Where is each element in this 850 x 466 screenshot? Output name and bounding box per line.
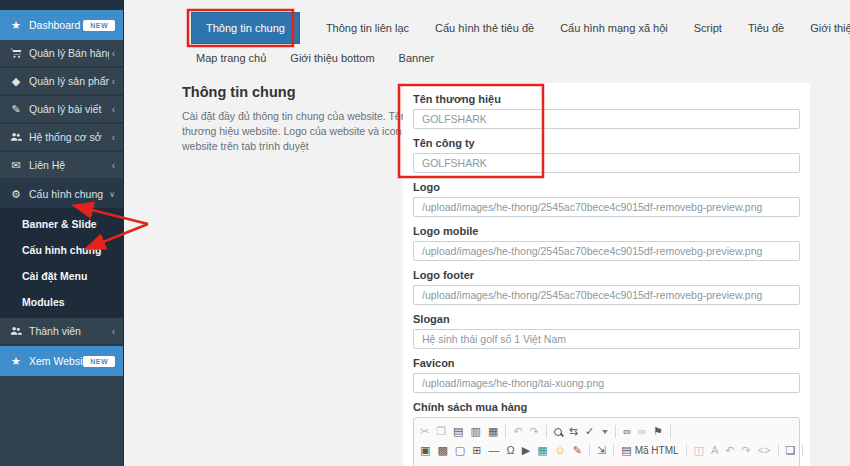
toolbar-row-2: ▣ ▩ ▢ ⊞ ― Ω ▶ ▦ ☺ ✎ ⇲ ▤ Mã HTML ◫ A [420,441,793,460]
template-icon[interactable]: ▦ [537,445,547,456]
sidebar-item-he-thong-co-so[interactable]: Hệ thống cơ sở ‹ [0,124,123,152]
submenu-item-cau-hinh-chung[interactable]: Cấu hình chung [0,237,123,263]
new-badge: NEW [83,20,115,31]
tab-thong-tin-chung[interactable]: Thông tin chung [191,12,300,44]
chevron-left-icon: ‹ [112,76,115,87]
preview-icon[interactable]: ❏ [786,445,796,456]
field-logo-footer: Logo footer [413,269,800,305]
redo-icon[interactable]: ↷ [530,426,539,437]
star-icon: ★ [8,355,24,368]
tab-tieu-de[interactable]: Tiêu đề [748,22,784,34]
tab-thong-tin-lien-lac[interactable]: Thông tin liên lạc [326,22,409,34]
submenu-item-modules[interactable]: Modules [0,289,123,315]
brand-name-input[interactable] [413,109,800,129]
html-doc-icon: ▤ [621,445,631,456]
cart-icon [8,47,24,60]
gear-icon: ⚙ [8,188,24,201]
company-name-input[interactable] [413,153,800,173]
sidebar-submenu: Banner & Slide Cấu hình chung Cài đặt Me… [0,208,123,318]
section-description: Cài đặt đầy đủ thông tin chung của websi… [182,109,414,155]
styles-icon[interactable]: ✎ [573,445,582,456]
edit-icon: ✎ [8,103,24,116]
field-label: Logo mobile [413,225,800,237]
spellcheck-dropdown-icon[interactable] [602,430,608,434]
tab-map-trang-chu[interactable]: Map trang chủ [196,52,266,64]
smiley-icon[interactable]: ☺ [555,445,566,456]
submenu-item-cai-dat-menu[interactable]: Cài đặt Menu [0,263,123,289]
sidebar-item-cau-hinh-chung[interactable]: ⚙ Cấu hình chung ∨ [0,180,123,208]
toolbar-separator [505,425,506,438]
sidebar-item-quan-ly-san-pham[interactable]: ◆ Quản lý sản phẩm ‹ [0,68,123,96]
slogan-input[interactable] [413,329,800,349]
special-char-icon[interactable]: Ω [506,445,514,456]
image-icon[interactable]: ▣ [420,445,430,456]
sidebar-item-dashboard[interactable]: ★ Dashboard NEW [0,10,123,40]
field-logo-mobile: Logo mobile [413,225,800,261]
settings-form-panel: Tên thương hiệu Tên công ty Logo Logo mo… [403,83,810,466]
field-ten-cong-ty: Tên công ty [413,137,800,173]
paste-text-icon[interactable]: ▥ [471,426,481,437]
sidebar-top-strip [0,0,123,10]
anchor-flag-icon[interactable]: ⚑ [653,426,663,437]
sidebar-item-quan-ly-ban-hang[interactable]: Quản lý Bán hàng ‹ [0,40,123,68]
spellcheck-icon[interactable]: ✓ [585,426,594,437]
undo-alt-icon[interactable]: ↶ [725,445,734,456]
logo-input[interactable] [413,197,800,217]
highlight-icon[interactable]: A [711,445,718,456]
envelope-icon: ✉ [8,159,24,172]
chevron-left-icon: ‹ [112,132,115,143]
sidebar-item-lien-he[interactable]: ✉ Liên Hệ ‹ [0,152,123,180]
horizontal-rule-icon[interactable]: ― [488,445,499,456]
field-ten-thuong-hieu: Tên thương hiệu [413,93,800,129]
sidebar: ★ Dashboard NEW Quản lý Bán hàng ‹ ◆ Quả… [0,0,124,466]
tab-gioi-thieu-bottom[interactable]: Giới thiệu bottom [290,52,374,64]
link-icon[interactable]: ∞ [623,426,631,437]
selectall-icon[interactable]: ◫ [694,445,704,456]
cut-icon[interactable]: ✂ [420,426,429,437]
paste-word-icon[interactable]: ▦ [488,426,498,437]
tab-banner[interactable]: Banner [399,52,434,64]
copy-icon[interactable]: ❐ [436,426,446,437]
pagebreak-icon[interactable]: ▢ [455,445,465,456]
field-label: Logo footer [413,269,800,281]
toolbar-separator [670,425,671,438]
tab-gioi-thieu-top[interactable]: Giới thiệu top [810,22,850,34]
tab-cau-hinh-the-tieu-de[interactable]: Cấu hình thẻ tiêu đề [435,22,534,34]
table-icon[interactable]: ⊞ [472,445,481,456]
sidebar-item-xem-website[interactable]: ★ Xem Website NEW [0,346,123,376]
undo-icon[interactable]: ↶ [513,426,522,437]
chevron-left-icon: ‹ [112,326,115,337]
maximize-icon[interactable]: ⇲ [597,445,606,456]
paste-icon[interactable]: ▤ [453,426,463,437]
field-label: Logo [413,181,800,193]
sidebar-item-thanh-vien[interactable]: Thành viên ‹ [0,318,123,346]
chevron-left-icon: ‹ [112,48,115,59]
submenu-item-banner-slide[interactable]: Banner & Slide [0,211,123,237]
sidebar-item-quan-ly-bai-viet[interactable]: ✎ Quản lý bài viết ‹ [0,96,123,124]
redo-alt-icon[interactable]: ↷ [742,445,751,456]
unlink-icon[interactable]: ∞ [638,426,646,437]
html-source-button[interactable]: ▤ Mã HTML [621,445,678,456]
tab-script[interactable]: Script [694,22,722,34]
toolbar-separator [615,425,616,438]
find-icon[interactable] [554,428,562,436]
chevron-left-icon: ‹ [112,160,115,171]
users-icon [8,131,24,144]
favicon-input[interactable] [413,373,800,393]
video-icon[interactable]: ▶ [522,445,530,456]
tab-cau-hinh-mang-xa-hoi[interactable]: Cấu hình mạng xã hội [560,22,668,34]
replace-icon[interactable]: ⇆ [569,426,578,437]
field-slogan: Slogan [413,313,800,349]
users-icon [8,325,24,338]
flash-icon[interactable]: ▩ [437,445,447,456]
tab-bar-row2: Map trang chủ Giới thiệu bottom Banner [196,50,434,66]
field-favicon: Favicon [413,357,800,393]
field-logo: Logo [413,181,800,217]
toolbar-separator [613,444,614,457]
field-label: Tên thương hiệu [413,93,800,105]
logo-mobile-input[interactable] [413,241,800,261]
logo-footer-input[interactable] [413,285,800,305]
richtext-editor-toolbar: ✂ ❐ ▤ ▥ ▦ ↶ ↷ ⇆ ✓ ∞ ∞ ⚑ ▣ ▩ [413,417,800,466]
source-code-icon[interactable]: <> [758,445,771,456]
field-label: Favicon [413,357,800,369]
